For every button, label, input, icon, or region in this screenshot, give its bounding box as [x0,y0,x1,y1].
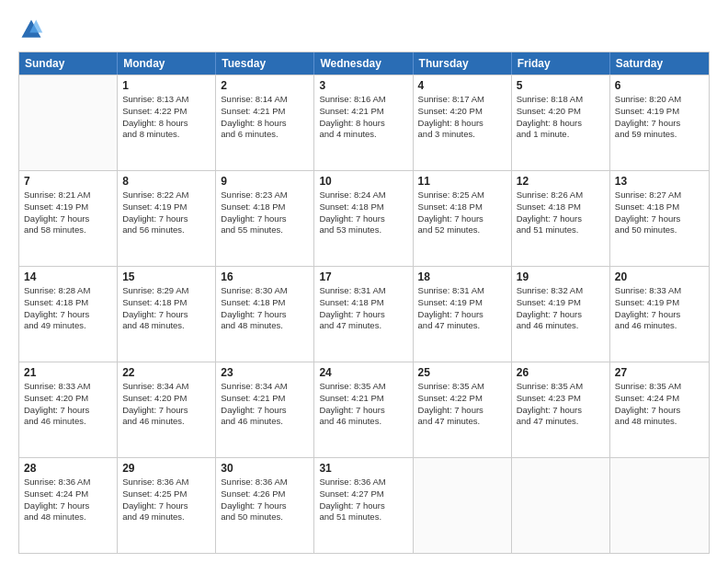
calendar-cell: 27Sunrise: 8:35 AMSunset: 4:24 PMDayligh… [610,362,709,457]
day-number: 16 [221,270,309,283]
cell-info: Sunrise: 8:35 AMSunset: 4:22 PMDaylight:… [418,381,506,428]
day-number: 7 [24,175,112,188]
calendar-cell: 28Sunrise: 8:36 AMSunset: 4:24 PMDayligh… [19,458,118,553]
calendar-header-row: SundayMondayTuesdayWednesdayThursdayFrid… [19,52,709,75]
day-number: 30 [221,462,309,475]
calendar-header-cell: Sunday [19,52,118,75]
cell-info: Sunrise: 8:26 AMSunset: 4:18 PMDaylight:… [517,190,605,236]
calendar-cell: 22Sunrise: 8:34 AMSunset: 4:20 PMDayligh… [118,362,216,457]
cell-info: Sunrise: 8:34 AMSunset: 4:21 PMDaylight:… [221,381,309,428]
calendar-header-cell: Wednesday [314,52,413,75]
day-number: 18 [418,270,506,283]
day-number: 2 [221,79,309,92]
calendar-body: 1Sunrise: 8:13 AMSunset: 4:22 PMDaylight… [19,75,709,553]
calendar-cell [19,75,118,170]
calendar-cell: 15Sunrise: 8:29 AMSunset: 4:18 PMDayligh… [118,267,216,362]
day-number: 6 [615,79,704,92]
calendar-cell: 20Sunrise: 8:33 AMSunset: 4:19 PMDayligh… [610,267,709,362]
calendar-cell: 13Sunrise: 8:27 AMSunset: 4:18 PMDayligh… [610,171,709,266]
logo [18,17,48,42]
calendar-cell: 16Sunrise: 8:30 AMSunset: 4:18 PMDayligh… [216,267,314,362]
day-number: 20 [615,270,704,283]
day-number: 10 [319,175,407,188]
logo-icon [18,17,44,42]
calendar-cell: 3Sunrise: 8:16 AMSunset: 4:21 PMDaylight… [314,75,413,170]
calendar-cell: 30Sunrise: 8:36 AMSunset: 4:26 PMDayligh… [216,458,314,553]
day-number: 22 [122,366,210,379]
calendar-cell: 4Sunrise: 8:17 AMSunset: 4:20 PMDaylight… [414,75,512,170]
calendar: SundayMondayTuesdayWednesdayThursdayFrid… [18,52,710,554]
day-number: 1 [122,79,210,92]
calendar-cell: 14Sunrise: 8:28 AMSunset: 4:18 PMDayligh… [19,267,118,362]
calendar-cell: 11Sunrise: 8:25 AMSunset: 4:18 PMDayligh… [414,171,512,266]
cell-info: Sunrise: 8:33 AMSunset: 4:19 PMDaylight:… [615,285,704,332]
cell-info: Sunrise: 8:31 AMSunset: 4:19 PMDaylight:… [418,285,506,332]
day-number: 31 [319,462,407,475]
cell-info: Sunrise: 8:23 AMSunset: 4:18 PMDaylight:… [221,190,309,236]
calendar-cell [512,458,610,553]
cell-info: Sunrise: 8:16 AMSunset: 4:21 PMDaylight:… [319,94,407,141]
day-number: 4 [418,79,506,92]
cell-info: Sunrise: 8:25 AMSunset: 4:18 PMDaylight:… [418,190,506,236]
day-number: 23 [221,366,309,379]
calendar-cell: 2Sunrise: 8:14 AMSunset: 4:21 PMDaylight… [216,75,314,170]
header [18,17,710,42]
day-number: 3 [319,79,407,92]
cell-info: Sunrise: 8:30 AMSunset: 4:18 PMDaylight:… [221,285,309,332]
day-number: 8 [122,175,210,188]
cell-info: Sunrise: 8:36 AMSunset: 4:26 PMDaylight:… [221,477,309,523]
calendar-cell: 18Sunrise: 8:31 AMSunset: 4:19 PMDayligh… [414,267,512,362]
calendar-header-cell: Monday [118,52,216,75]
cell-info: Sunrise: 8:22 AMSunset: 4:19 PMDaylight:… [122,190,210,236]
calendar-cell: 9Sunrise: 8:23 AMSunset: 4:18 PMDaylight… [216,171,314,266]
cell-info: Sunrise: 8:35 AMSunset: 4:24 PMDaylight:… [615,381,704,428]
day-number: 21 [24,366,112,379]
day-number: 12 [517,175,605,188]
calendar-cell [610,458,709,553]
calendar-cell: 25Sunrise: 8:35 AMSunset: 4:22 PMDayligh… [414,362,512,457]
calendar-header-cell: Thursday [414,52,512,75]
cell-info: Sunrise: 8:36 AMSunset: 4:27 PMDaylight:… [319,477,407,523]
day-number: 25 [418,366,506,379]
calendar-cell: 29Sunrise: 8:36 AMSunset: 4:25 PMDayligh… [118,458,216,553]
calendar-row: 14Sunrise: 8:28 AMSunset: 4:18 PMDayligh… [19,266,709,362]
calendar-cell: 31Sunrise: 8:36 AMSunset: 4:27 PMDayligh… [314,458,413,553]
page: SundayMondayTuesdayWednesdayThursdayFrid… [0,0,728,563]
cell-info: Sunrise: 8:14 AMSunset: 4:21 PMDaylight:… [221,94,309,141]
calendar-cell: 19Sunrise: 8:32 AMSunset: 4:19 PMDayligh… [512,267,610,362]
day-number: 17 [319,270,407,283]
cell-info: Sunrise: 8:29 AMSunset: 4:18 PMDaylight:… [122,285,210,332]
cell-info: Sunrise: 8:33 AMSunset: 4:20 PMDaylight:… [24,381,112,428]
calendar-cell: 21Sunrise: 8:33 AMSunset: 4:20 PMDayligh… [19,362,118,457]
cell-info: Sunrise: 8:36 AMSunset: 4:25 PMDaylight:… [122,477,210,523]
cell-info: Sunrise: 8:35 AMSunset: 4:21 PMDaylight:… [319,381,407,428]
day-number: 27 [615,366,704,379]
cell-info: Sunrise: 8:13 AMSunset: 4:22 PMDaylight:… [122,94,210,141]
cell-info: Sunrise: 8:35 AMSunset: 4:23 PMDaylight:… [517,381,605,428]
day-number: 24 [319,366,407,379]
cell-info: Sunrise: 8:21 AMSunset: 4:19 PMDaylight:… [24,190,112,236]
cell-info: Sunrise: 8:36 AMSunset: 4:24 PMDaylight:… [24,477,112,523]
calendar-header-cell: Saturday [610,52,709,75]
calendar-cell: 8Sunrise: 8:22 AMSunset: 4:19 PMDaylight… [118,171,216,266]
calendar-cell: 12Sunrise: 8:26 AMSunset: 4:18 PMDayligh… [512,171,610,266]
day-number: 15 [122,270,210,283]
calendar-cell: 24Sunrise: 8:35 AMSunset: 4:21 PMDayligh… [314,362,413,457]
calendar-cell: 26Sunrise: 8:35 AMSunset: 4:23 PMDayligh… [512,362,610,457]
calendar-row: 7Sunrise: 8:21 AMSunset: 4:19 PMDaylight… [19,170,709,266]
day-number: 13 [615,175,704,188]
calendar-cell: 10Sunrise: 8:24 AMSunset: 4:18 PMDayligh… [314,171,413,266]
calendar-cell: 1Sunrise: 8:13 AMSunset: 4:22 PMDaylight… [118,75,216,170]
day-number: 9 [221,175,309,188]
cell-info: Sunrise: 8:31 AMSunset: 4:18 PMDaylight:… [319,285,407,332]
calendar-cell: 23Sunrise: 8:34 AMSunset: 4:21 PMDayligh… [216,362,314,457]
calendar-header-cell: Tuesday [216,52,314,75]
calendar-row: 21Sunrise: 8:33 AMSunset: 4:20 PMDayligh… [19,362,709,457]
day-number: 5 [517,79,605,92]
cell-info: Sunrise: 8:17 AMSunset: 4:20 PMDaylight:… [418,94,506,141]
calendar-cell: 6Sunrise: 8:20 AMSunset: 4:19 PMDaylight… [610,75,709,170]
day-number: 19 [517,270,605,283]
cell-info: Sunrise: 8:32 AMSunset: 4:19 PMDaylight:… [517,285,605,332]
calendar-cell [414,458,512,553]
cell-info: Sunrise: 8:24 AMSunset: 4:18 PMDaylight:… [319,190,407,236]
